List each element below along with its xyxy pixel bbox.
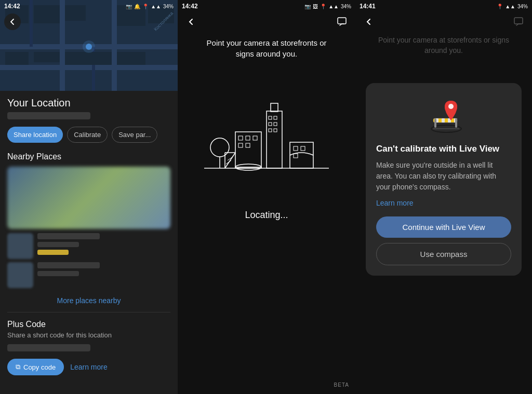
svg-rect-55 <box>442 118 445 123</box>
camera-icon: 📷 <box>126 4 132 9</box>
wifi-icon: ▲▲ <box>151 4 161 9</box>
back-button-p2[interactable] <box>184 15 198 29</box>
place-info-1 <box>37 233 170 259</box>
panel-locating: 14:42 📷 🖼 📍 ▲▲ 34% Point your camera at … <box>178 0 355 394</box>
svg-line-35 <box>225 153 235 168</box>
camera-instruction-p2: Point your camera at storefronts or sign… <box>178 33 355 70</box>
map-view: Костолянка 14:42 📷 🔔 📍 ▲▲ 34% <box>0 0 178 91</box>
wifi-icon-p3: ▲▲ <box>505 4 515 9</box>
dialog-body: Make sure you're outside in a well lit a… <box>376 160 511 193</box>
place-info-2 <box>37 262 170 288</box>
nearby-image <box>7 167 170 229</box>
svg-rect-12 <box>5 52 29 65</box>
svg-rect-58 <box>434 118 436 128</box>
svg-rect-26 <box>274 123 277 126</box>
locating-text: Locating... <box>245 210 288 221</box>
dialog-learn-more-link[interactable]: Learn more <box>376 199 511 207</box>
status-bar-p2: 14:42 📷 🖼 📍 ▲▲ 34% <box>178 0 355 12</box>
photo-icon-p2: 🖼 <box>313 4 318 9</box>
wifi-icon-p2: ▲▲ <box>328 4 339 9</box>
svg-rect-23 <box>269 116 272 119</box>
battery-p3: 34% <box>517 4 528 9</box>
save-parking-button[interactable]: Save par... <box>112 127 157 143</box>
location-icon-p3: 📍 <box>497 4 503 9</box>
camera-icon-p2: 📷 <box>304 4 311 9</box>
svg-rect-32 <box>253 136 257 140</box>
action-buttons: Share location Calibrate Save par... <box>7 127 170 143</box>
location-icon-p2: 📍 <box>320 4 326 9</box>
svg-point-44 <box>210 138 229 157</box>
chat-button-p3[interactable] <box>511 15 526 29</box>
place-row-2 <box>7 262 170 288</box>
plus-code-value-blur <box>7 344 90 351</box>
svg-rect-43 <box>294 154 298 158</box>
your-location-title: Your Location <box>7 97 170 109</box>
svg-line-39 <box>226 160 231 164</box>
svg-rect-25 <box>269 123 272 126</box>
dialog-icon-area <box>376 93 511 135</box>
place-rating-blur-1 <box>37 250 69 255</box>
nearby-places-title: Nearby Places <box>7 152 170 161</box>
camera-instruction-dim-p3: Point your camera at storefronts or sign… <box>355 33 532 56</box>
panel-location: Костолянка 14:42 📷 🔔 📍 ▲▲ 34% Your Locat… <box>0 0 178 394</box>
status-bar-p1: 14:42 📷 🔔 📍 ▲▲ 34% <box>0 0 178 12</box>
calibrate-button[interactable]: Calibrate <box>67 127 108 143</box>
dialog-title: Can't calibrate with Live View <box>376 143 511 155</box>
panel1-content: Your Location Share location Calibrate S… <box>0 91 178 394</box>
svg-rect-34 <box>246 143 250 147</box>
svg-rect-48 <box>514 18 523 24</box>
svg-rect-15 <box>117 52 145 65</box>
svg-rect-33 <box>238 143 243 147</box>
panel-calibrate-error: 14:41 📍 ▲▲ 34% Point your camera at stor… <box>355 0 532 394</box>
svg-rect-59 <box>455 118 457 128</box>
time-p1: 14:42 <box>4 3 20 10</box>
status-icons-p1: 📷 🔔 📍 ▲▲ 34% <box>126 4 174 9</box>
svg-rect-19 <box>338 18 346 24</box>
bottom-actions: ⧉ Copy code Learn more <box>7 359 170 375</box>
continue-live-view-button[interactable]: Continue with Live View <box>376 216 511 238</box>
notification-icon: 🔔 <box>134 4 140 9</box>
place-thumb-1 <box>7 233 33 259</box>
beta-badge: BETA <box>334 382 349 388</box>
city-illustration <box>194 80 339 184</box>
location-icon: 📍 <box>142 4 149 9</box>
place-sub-blur-2 <box>37 271 79 276</box>
learn-more-link-p1[interactable]: Learn more <box>70 363 108 371</box>
place-row-1 <box>7 233 170 259</box>
svg-rect-13 <box>34 52 60 62</box>
copy-code-button[interactable]: ⧉ Copy code <box>7 359 64 375</box>
svg-rect-27 <box>269 129 272 132</box>
location-address-blur <box>7 112 90 119</box>
divider-1 <box>7 312 170 313</box>
share-location-button[interactable]: Share location <box>7 127 63 143</box>
calibrate-error-dialog: Can't calibrate with Live View Make sure… <box>366 83 522 276</box>
place-name-blur-2 <box>37 262 100 268</box>
battery-p2: 34% <box>341 4 351 9</box>
nav-bar-p3 <box>355 12 532 33</box>
svg-rect-28 <box>274 129 277 132</box>
back-button-p1[interactable] <box>4 13 21 30</box>
svg-rect-14 <box>65 52 112 65</box>
time-p2: 14:42 <box>182 3 198 10</box>
chat-button-p2[interactable] <box>335 15 349 29</box>
place-sub-blur-1 <box>37 242 79 247</box>
plus-code-desc: Share a short code for this location <box>7 331 170 339</box>
svg-rect-30 <box>238 136 243 140</box>
svg-rect-31 <box>246 136 250 140</box>
svg-rect-24 <box>274 116 277 119</box>
svg-point-61 <box>448 104 454 109</box>
svg-rect-41 <box>294 146 298 151</box>
copy-icon: ⧉ <box>16 363 20 371</box>
place-thumb-2 <box>7 262 33 288</box>
status-icons-p3: 📍 ▲▲ 34% <box>497 4 528 9</box>
use-compass-button[interactable]: Use compass <box>376 243 511 265</box>
back-button-p3[interactable] <box>362 15 376 29</box>
battery-p1: 34% <box>163 4 174 9</box>
svg-rect-42 <box>301 146 305 151</box>
plus-code-title: Plus Code <box>7 320 170 329</box>
svg-point-18 <box>83 40 95 53</box>
copy-code-label: Copy code <box>23 363 56 371</box>
time-p3: 14:41 <box>360 3 376 10</box>
more-places-link[interactable]: More places nearby <box>7 291 170 312</box>
svg-rect-22 <box>271 103 278 112</box>
